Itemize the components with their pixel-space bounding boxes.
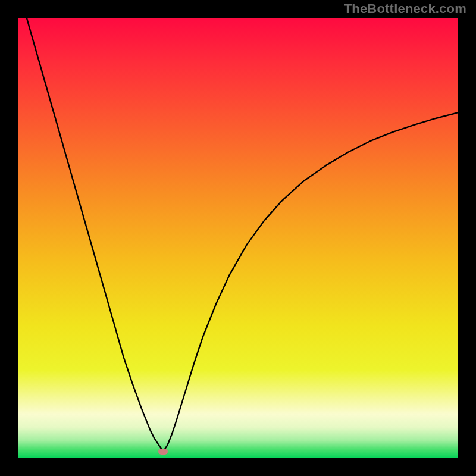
chart-frame: TheBottleneck.com xyxy=(0,0,476,476)
bottleneck-curve xyxy=(18,18,458,458)
watermark: TheBottleneck.com xyxy=(344,1,466,17)
min-marker xyxy=(158,449,168,455)
plot-area xyxy=(18,18,458,458)
